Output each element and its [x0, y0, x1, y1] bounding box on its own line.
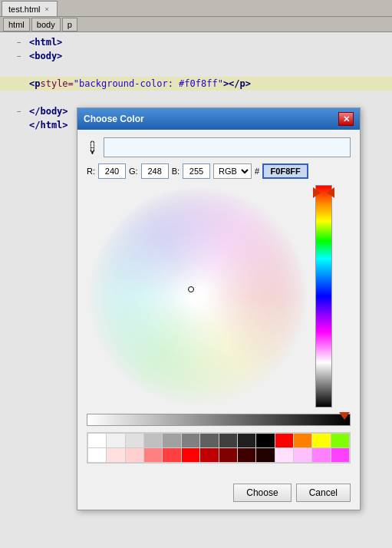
brightness-thumb-left — [313, 187, 321, 198]
color-mode-select[interactable]: RGB HSB HSL — [213, 163, 252, 179]
dialog-footer: Choose Cancel — [77, 479, 360, 510]
swatch-cell[interactable] — [88, 434, 106, 447]
b-label: B: — [172, 167, 180, 176]
color-wheel-area — [87, 185, 351, 408]
opacity-thumb — [339, 412, 350, 420]
rgb-row: R: G: B: RGB HSB HSL # — [87, 163, 351, 179]
swatch-cell[interactable] — [107, 434, 124, 447]
swatch-cell[interactable] — [126, 434, 143, 447]
swatch-cell[interactable] — [294, 448, 311, 462]
swatch-cell[interactable] — [200, 434, 218, 447]
choose-button[interactable]: Choose — [233, 484, 291, 502]
dialog-titlebar: Choose Color ✕ — [77, 108, 360, 130]
color-preview-row: 🖊 — [87, 137, 351, 157]
swatch-cell[interactable] — [182, 448, 199, 462]
dialog-title: Choose Color — [84, 114, 144, 124]
swatch-cell[interactable] — [163, 434, 180, 447]
dialog-body: 🖊 R: G: B: RGB HSB HSL # — [77, 130, 360, 479]
hash-label: # — [255, 167, 259, 176]
swatch-cell[interactable] — [256, 448, 274, 462]
swatch-cell[interactable] — [275, 448, 293, 462]
swatch-cell[interactable] — [88, 448, 106, 462]
g-input[interactable] — [141, 163, 169, 179]
eyedropper-icon[interactable]: 🖊 — [84, 138, 102, 157]
swatch-cell[interactable] — [294, 434, 311, 447]
hex-input[interactable] — [262, 163, 308, 179]
swatch-cell[interactable] — [256, 434, 274, 447]
r-input[interactable] — [98, 163, 126, 179]
swatch-cell[interactable] — [163, 448, 180, 462]
color-preview-bar — [104, 137, 351, 157]
swatch-cell[interactable] — [107, 448, 124, 462]
brightness-thumb-right — [327, 187, 334, 198]
brightness-slider[interactable] — [315, 185, 332, 408]
swatch-cell[interactable] — [275, 434, 293, 447]
swatches-grid — [87, 432, 351, 464]
b-input[interactable] — [183, 163, 210, 179]
swatch-cell[interactable] — [219, 448, 237, 462]
swatch-cell[interactable] — [238, 434, 255, 447]
swatch-cell[interactable] — [126, 448, 143, 462]
swatch-cell[interactable] — [331, 434, 349, 447]
swatch-cell[interactable] — [238, 448, 255, 462]
color-wheel[interactable] — [87, 185, 309, 408]
swatch-cell[interactable] — [312, 448, 330, 462]
r-label: R: — [87, 167, 95, 176]
swatch-cell[interactable] — [219, 434, 237, 447]
swatch-cell[interactable] — [331, 448, 349, 462]
dialog-close-button[interactable]: ✕ — [338, 112, 354, 126]
swatch-cell[interactable] — [182, 434, 199, 447]
brightness-slider-container — [315, 185, 332, 408]
swatch-cell[interactable] — [144, 448, 162, 462]
g-label: G: — [129, 167, 138, 176]
swatch-cell[interactable] — [144, 434, 162, 447]
swatch-cell[interactable] — [200, 448, 218, 462]
opacity-slider-row — [87, 414, 351, 426]
opacity-slider[interactable] — [87, 414, 351, 426]
swatch-cell[interactable] — [312, 434, 330, 447]
choose-color-dialog: Choose Color ✕ 🖊 R: G: B: RGB HSB HSL # — [77, 107, 361, 510]
cancel-button[interactable]: Cancel — [296, 484, 351, 502]
